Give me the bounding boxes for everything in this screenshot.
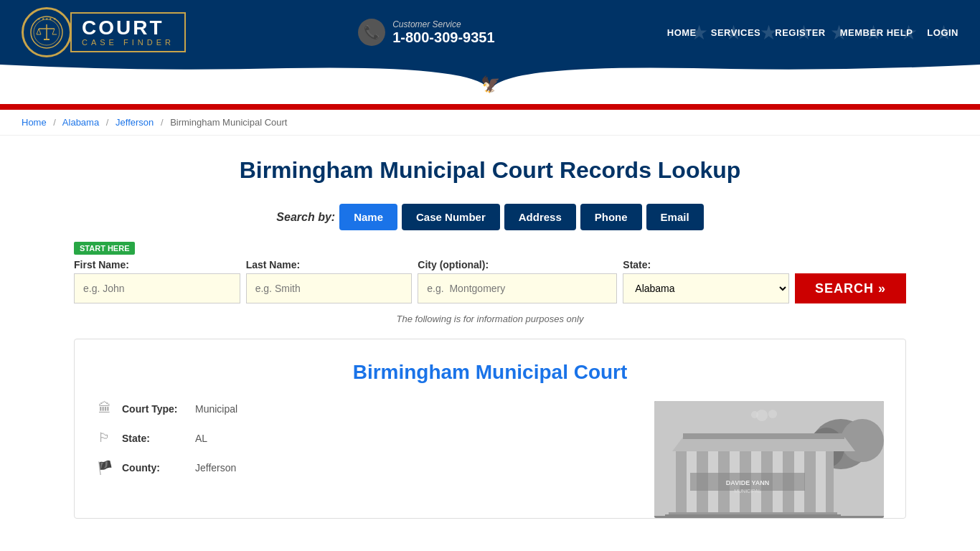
state-icon: 🏳	[96, 430, 113, 446]
breadcrumb: Home / Alabama / Jefferson / Birmingham …	[0, 110, 980, 136]
nav-home[interactable]: HOME	[667, 27, 697, 38]
eagle-icon: 🦅	[481, 75, 500, 94]
city-input[interactable]	[418, 273, 617, 303]
svg-point-26	[768, 410, 777, 418]
first-name-input[interactable]	[74, 273, 240, 303]
state-detail-value: AL	[195, 433, 207, 444]
breadcrumb-sep-1: /	[53, 117, 56, 128]
court-info-body: 🏛 Court Type: Municipal 🏳 State: AL 🏴 Co…	[96, 401, 884, 518]
court-details: 🏛 Court Type: Municipal 🏳 State: AL 🏴 Co…	[96, 401, 626, 518]
header-wave: ★ ★ ★ 🦅 ★ ★ ★	[0, 65, 980, 104]
start-here-badge: START HERE	[74, 242, 135, 255]
logo-area[interactable]: ★ ★ ★ ★ ★ COURT CASE FINDER	[22, 7, 186, 57]
tab-email[interactable]: Email	[646, 204, 704, 230]
red-stripe	[0, 104, 980, 110]
phone-info: Customer Service 1-800-309-9351	[392, 19, 494, 46]
main-nav: HOME SERVICES REGISTER MEMBER HELP LOGIN	[667, 27, 958, 38]
breadcrumb-alabama[interactable]: Alabama	[62, 117, 99, 128]
first-name-group: First Name:	[74, 259, 240, 303]
breadcrumb-sep-2: /	[106, 117, 109, 128]
city-group: City (optional):	[418, 259, 617, 303]
breadcrumb-home[interactable]: Home	[22, 117, 47, 128]
state-group: State: Alabama Alaska Arizona Arkansas C…	[623, 259, 789, 303]
phone-area: 📞 Customer Service 1-800-309-9351	[358, 19, 494, 46]
state-select[interactable]: Alabama Alaska Arizona Arkansas Californ…	[623, 273, 789, 303]
court-type-value: Municipal	[195, 403, 237, 415]
svg-rect-5	[44, 39, 50, 40]
eagle-stars-left: ★ ★ ★	[432, 80, 475, 90]
svg-rect-17	[816, 448, 826, 516]
main-content: Birmingham Municipal Court Records Looku…	[60, 136, 920, 540]
svg-text:DAVIDE YANN: DAVIDE YANN	[726, 479, 769, 486]
last-name-input[interactable]	[246, 273, 413, 303]
nav-services[interactable]: SERVICES	[711, 27, 761, 38]
court-info-title: Birmingham Municipal Court	[96, 361, 884, 384]
search-button[interactable]: SEARCH »	[795, 273, 906, 303]
svg-text:★ ★ ★ ★ ★: ★ ★ ★ ★ ★	[37, 17, 57, 21]
tab-phone[interactable]: Phone	[580, 204, 642, 230]
court-type-icon: 🏛	[96, 401, 113, 416]
city-label: City (optional):	[418, 259, 617, 270]
breadcrumb-sep-3: /	[161, 117, 164, 128]
tab-case-number[interactable]: Case Number	[402, 204, 500, 230]
breadcrumb-current: Birmingham Municipal Court	[170, 117, 287, 128]
state-row: 🏳 State: AL	[96, 430, 626, 446]
court-type-row: 🏛 Court Type: Municipal	[96, 401, 626, 416]
nav-register[interactable]: REGISTER	[775, 27, 825, 38]
logo-seal-icon: ★ ★ ★ ★ ★	[29, 14, 65, 50]
nav-member-help[interactable]: MEMBER HELP	[840, 27, 913, 38]
svg-text:MUNICIPAL: MUNICIPAL	[734, 489, 761, 494]
info-note: The following is for information purpose…	[74, 314, 906, 324]
state-label: State:	[623, 259, 789, 270]
search-by-label: Search by:	[276, 211, 335, 224]
logo-text: COURT CASE FINDER	[70, 12, 186, 52]
customer-service-label: Customer Service	[392, 19, 494, 29]
tab-address[interactable]: Address	[504, 204, 576, 230]
phone-icon: 📞	[358, 19, 385, 46]
county-row: 🏴 County: Jefferson	[96, 460, 626, 476]
search-form-row: First Name: Last Name: City (optional): …	[74, 259, 906, 303]
court-building-svg: DAVIDE YANN MUNICIPAL	[654, 401, 884, 516]
county-icon: 🏴	[96, 460, 113, 476]
tab-name[interactable]: Name	[339, 204, 397, 230]
county-label: County:	[122, 462, 187, 474]
last-name-group: Last Name:	[246, 259, 413, 303]
court-type-label: Court Type:	[122, 403, 187, 415]
logo-court-text: COURT	[82, 18, 174, 38]
site-header: ★ ★ ★ ★ ★ ★ ★ ★ ★ ★ ★ ★ ★ COURT CASE FIN…	[0, 0, 980, 65]
breadcrumb-jefferson[interactable]: Jefferson	[116, 117, 154, 128]
logo-circle: ★ ★ ★ ★ ★	[22, 7, 72, 57]
court-info-box: Birmingham Municipal Court 🏛 Court Type:…	[74, 339, 906, 519]
county-value: Jefferson	[195, 462, 236, 474]
phone-number: 1-800-309-9351	[392, 29, 494, 46]
svg-rect-24	[665, 514, 841, 516]
court-image: DAVIDE YANN MUNICIPAL	[654, 401, 884, 518]
svg-point-27	[751, 411, 758, 418]
first-name-label: First Name:	[74, 259, 240, 270]
eagle-stars-right: ★ ★ ★	[506, 80, 549, 90]
search-form-area: START HERE First Name: Last Name: City (…	[74, 242, 906, 324]
svg-point-8	[841, 419, 884, 462]
last-name-label: Last Name:	[246, 259, 413, 270]
svg-rect-19	[683, 433, 844, 439]
logo-case-finder-text: CASE FINDER	[82, 38, 174, 47]
state-detail-label: State:	[122, 433, 187, 444]
nav-login[interactable]: LOGIN	[927, 27, 958, 38]
eagle-emblem: ★ ★ ★ 🦅 ★ ★ ★	[432, 75, 548, 94]
search-tabs-row: Search by: Name Case Number Address Phon…	[74, 204, 906, 230]
page-title: Birmingham Municipal Court Records Looku…	[74, 157, 906, 184]
